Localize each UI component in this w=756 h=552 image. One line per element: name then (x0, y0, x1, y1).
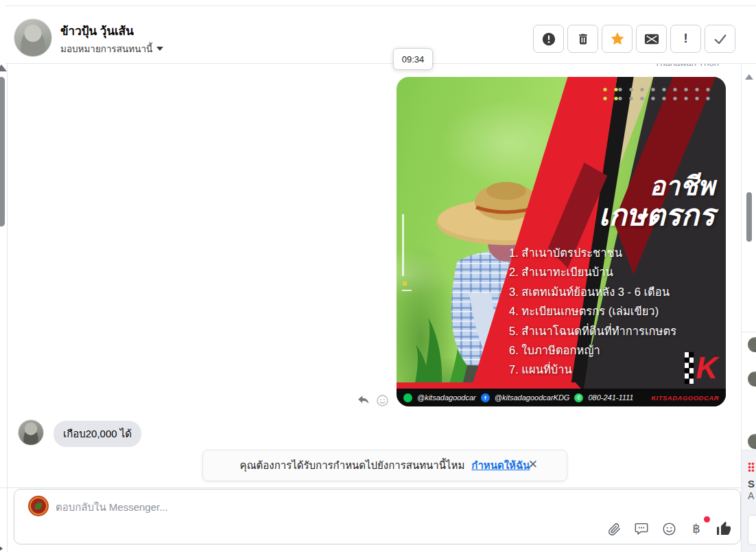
paperclip-icon (607, 522, 622, 536)
phone-number: 080-241-1111 (588, 393, 633, 402)
card-document-list: 1. สำเนาบัตรประชาชน 2. สำเนาทะเบียนบ้าน … (509, 243, 676, 380)
assign-to-me-link[interactable]: กำหนดให้ฉัน (471, 457, 530, 474)
card-list-item: 7. แผนที่บ้าน (509, 360, 676, 379)
star-button[interactable] (602, 25, 633, 53)
header-divider (5, 63, 756, 64)
smiley-icon (662, 522, 676, 536)
chevron-down-icon (156, 47, 163, 51)
emoji-button[interactable] (661, 520, 677, 537)
message-time: 09:34 (402, 54, 425, 65)
hud-dot (403, 281, 407, 286)
card-list-item: 3. สเตทเม้นท์ย้อนหลัง 3 - 6 เดือน (509, 282, 676, 301)
assign-banner: คุณต้องการได้รับการกำหนดไปยังการสนทนานี้… (202, 450, 567, 481)
red-grid-icon (748, 462, 755, 472)
card-title-line1: อาชีพ (599, 173, 715, 199)
scrollbar-up-arrow-icon[interactable] (745, 74, 753, 80)
mark-unread-button[interactable] (636, 25, 667, 53)
brand-name: KITSADAGOODCAR (651, 394, 719, 402)
right-scrollbar-thumb[interactable] (746, 192, 752, 242)
attach-button[interactable] (606, 520, 622, 537)
bottom-left-wedge (0, 544, 3, 552)
reply-icon[interactable] (357, 393, 370, 407)
assign-conversation-dropdown[interactable]: มอบหมายการสนทนานี้ (60, 41, 163, 56)
rail-card (748, 515, 756, 545)
trash-icon (576, 32, 590, 46)
page-avatar (28, 496, 49, 516)
star-icon (609, 31, 626, 47)
check-icon (713, 32, 728, 47)
card-title: อาชีพ เกษตรกร (599, 173, 715, 230)
message-image-attachment[interactable]: อาชีพ เกษตรกร 1. สำเนาบัตรประชาชน 2. สำเ… (397, 77, 726, 406)
message-hover-actions (357, 393, 389, 407)
hud-line (402, 214, 404, 276)
red-strip (397, 382, 581, 389)
facebook-handle: @kitsadagoodcarKDG (495, 393, 570, 402)
composer-divider (0, 487, 741, 488)
report-button[interactable] (533, 25, 564, 53)
incoming-message-bubble[interactable]: เกือบ20,000 ได้ (54, 421, 141, 447)
rail-avatar[interactable] (748, 337, 756, 352)
left-scrollbar-arrow-icon[interactable] (0, 65, 7, 71)
card-list-item: 2. สำเนาทะเบียนบ้าน (509, 262, 676, 281)
leaf-icon (35, 503, 42, 509)
important-button[interactable]: ! (670, 25, 701, 53)
brand-logo: K (684, 352, 718, 384)
header-action-buttons: ! (533, 25, 735, 53)
baht-icon: ฿ (692, 521, 700, 536)
conversation-header: ข้าวปุ้น วุ้นเส้น มอบหมายการสนทนานี้ (0, 0, 756, 63)
left-scrollbar-thumb[interactable] (0, 77, 5, 227)
contact-name: ข้าวปุ้น วุ้นเส้น (60, 21, 134, 40)
close-icon[interactable]: ✕ (528, 459, 538, 470)
left-panel-border (7, 5, 8, 552)
phone-icon: ✆ (574, 393, 583, 402)
notification-dot (704, 516, 710, 522)
contact-avatar[interactable] (14, 19, 52, 57)
rail-avatar[interactable] (748, 371, 756, 387)
line-icon (403, 393, 412, 402)
reply-input[interactable] (54, 496, 496, 517)
card-list-item: 4. ทะเบียนเกษตรกร (เล่มเขียว) (509, 301, 676, 321)
like-button[interactable] (716, 520, 732, 537)
hud-line (402, 290, 412, 291)
right-rail: S A (741, 63, 756, 552)
rail-text-a: A (748, 490, 754, 501)
brand-logo-letter: K (696, 353, 718, 383)
rail-divider (742, 332, 756, 332)
saved-replies-button[interactable] (633, 520, 650, 537)
react-smiley-icon[interactable] (376, 394, 389, 407)
exclamation-icon: ! (684, 32, 688, 46)
checkered-flag-icon (684, 352, 694, 384)
alert-circle-icon (541, 32, 556, 47)
chat-bubble-dots-icon (634, 521, 649, 536)
assign-banner-text: คุณต้องการได้รับการกำหนดไปยังการสนทนานี้… (240, 457, 465, 474)
card-list-item: 6. ใบภาษีดอกหญ้า (509, 341, 676, 360)
top-border (5, 5, 756, 6)
mark-unread-envelope-icon (644, 33, 659, 45)
rail-text-s: S (748, 478, 755, 490)
assign-conversation-label: มอบหมายการสนทนานี้ (60, 41, 152, 56)
card-title-line2: เกษตรกร (599, 200, 715, 230)
rail-avatar[interactable] (748, 434, 756, 449)
message-time-tooltip: 09:34 (393, 48, 433, 70)
card-list-item: 1. สำเนาบัตรประชาชน (509, 243, 676, 262)
card-contact-bar: @kitsadagoodcar f @kitsadagoodcarKDG ✆ 0… (397, 389, 726, 406)
composer-toolbar: ฿ (606, 520, 732, 537)
line-handle: @kitsadagoodcar (417, 393, 476, 402)
message-avatar[interactable] (18, 419, 44, 446)
rail-details-section: S A (742, 450, 756, 552)
delete-button[interactable] (567, 25, 598, 53)
card-list-item: 5. สำเนาโฉนดที่ดินที่ทำการเกษตร (509, 321, 676, 341)
payment-button[interactable]: ฿ (688, 520, 705, 537)
facebook-icon: f (481, 393, 490, 402)
dots-pattern-gray (615, 85, 715, 103)
mark-done-button[interactable] (705, 25, 735, 53)
reply-composer: ฿ (14, 489, 741, 544)
thumbs-up-icon (716, 520, 732, 538)
